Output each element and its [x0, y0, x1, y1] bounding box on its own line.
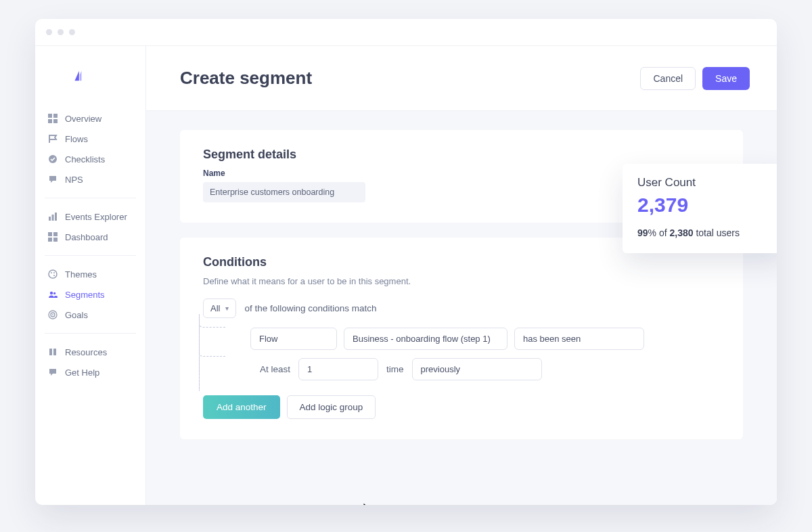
- sidebar-item-events-explorer[interactable]: Events Explorer: [35, 206, 145, 227]
- sidebar-item-label: NPS: [65, 175, 83, 185]
- sidebar-item-label: Checklists: [65, 154, 105, 164]
- main: Create segment Cancel Save Segment detai…: [146, 46, 777, 505]
- segment-name-input[interactable]: [203, 182, 365, 202]
- user-count-value: 2,379: [637, 194, 771, 217]
- window-dot[interactable]: [58, 29, 64, 35]
- page-title: Create segment: [180, 68, 312, 89]
- svg-rect-9: [53, 232, 58, 236]
- sidebar-item-themes[interactable]: Themes: [35, 264, 145, 284]
- svg-rect-8: [48, 232, 52, 236]
- svg-rect-10: [48, 238, 52, 242]
- header-actions: Cancel Save: [640, 67, 750, 90]
- card-subtitle: Define what it means for a user to be in…: [203, 276, 720, 286]
- book-icon: [47, 347, 58, 357]
- sidebar-divider: [45, 333, 136, 334]
- conditions-card: Conditions Define what it means for a us…: [180, 238, 743, 439]
- sidebar-item-resources[interactable]: Resources: [35, 342, 145, 362]
- branch-line: [199, 314, 226, 357]
- svg-rect-7: [55, 213, 57, 221]
- sidebar-item-goals[interactable]: Goals: [35, 305, 145, 325]
- user-count-total: 2,380: [669, 227, 693, 238]
- sidebar-item-label: Resources: [65, 347, 107, 357]
- svg-rect-1: [53, 114, 58, 118]
- chat-icon: [47, 367, 58, 378]
- window-titlebar: [35, 19, 777, 46]
- sidebar-divider: [45, 198, 136, 198]
- match-mode-suffix: of the following conditions match: [244, 303, 376, 313]
- sidebar-item-checklists[interactable]: Checklists: [35, 149, 145, 169]
- chart-bar-icon: [47, 211, 58, 222]
- sidebar-item-segments[interactable]: Segments: [35, 284, 145, 305]
- flag-icon: [47, 133, 58, 144]
- svg-point-16: [50, 292, 53, 294]
- match-mode-row: All ▾ of the following conditions match: [203, 298, 720, 318]
- card-title: Conditions: [203, 255, 720, 269]
- condition-type-select[interactable]: Flow: [250, 328, 337, 350]
- check-circle-icon: [47, 154, 58, 164]
- app-window: Overview Flows Checklists: [35, 19, 777, 505]
- svg-rect-11: [53, 238, 58, 242]
- user-count-percent: 99: [637, 227, 648, 238]
- text: total users: [694, 227, 740, 238]
- grid-icon: [47, 113, 58, 124]
- svg-point-17: [53, 292, 55, 294]
- window-dot[interactable]: [46, 29, 52, 35]
- target-icon: [47, 309, 58, 320]
- svg-point-12: [49, 270, 57, 278]
- condition-predicate-select[interactable]: has been seen: [514, 328, 644, 350]
- sidebar-item-dashboard[interactable]: Dashboard: [35, 227, 145, 247]
- sidebar-item-label: Goals: [65, 310, 88, 320]
- at-least-label: At least: [260, 364, 290, 374]
- page-header: Create segment Cancel Save: [146, 46, 777, 111]
- sidebar-item-label: Overview: [65, 114, 102, 124]
- user-count-title: User Count: [637, 176, 771, 190]
- time-label: time: [386, 364, 404, 374]
- window-dot[interactable]: [69, 29, 75, 35]
- users-icon: [47, 289, 58, 300]
- card-title: Segment details: [203, 148, 720, 162]
- svg-rect-3: [53, 119, 58, 123]
- palette-icon: [47, 269, 58, 280]
- logo-area: [35, 46, 145, 106]
- grid-icon: [47, 231, 58, 242]
- svg-point-14: [53, 272, 55, 273]
- add-another-button[interactable]: Add another: [203, 395, 280, 419]
- svg-rect-6: [52, 215, 54, 221]
- when-select[interactable]: previously: [412, 358, 542, 380]
- window-controls: [46, 29, 75, 35]
- sidebar-item-label: Flows: [65, 134, 88, 144]
- condition-row-2: At least time previously: [250, 358, 720, 380]
- select-value: All: [210, 303, 220, 313]
- svg-point-20: [52, 314, 53, 315]
- at-least-count-input[interactable]: [298, 358, 378, 380]
- chat-icon: [47, 174, 58, 185]
- user-count-card: User Count 2,379 99% of 2,380 total user…: [623, 164, 777, 253]
- branch-line: [199, 314, 200, 391]
- sidebar-item-label: Themes: [65, 269, 97, 280]
- save-button[interactable]: Save: [702, 67, 750, 90]
- sidebar-item-flows[interactable]: Flows: [35, 129, 145, 149]
- svg-point-15: [53, 275, 55, 276]
- chevron-down-icon: ▾: [225, 305, 229, 312]
- condition-flow-select[interactable]: Business - onboarding flow (step 1): [344, 328, 508, 350]
- sidebar-item-label: Events Explorer: [65, 212, 127, 222]
- svg-rect-0: [48, 114, 52, 118]
- sidebar: Overview Flows Checklists: [35, 46, 146, 505]
- cancel-button[interactable]: Cancel: [640, 67, 696, 90]
- svg-rect-2: [48, 119, 52, 123]
- sidebar-item-nps[interactable]: NPS: [35, 169, 145, 190]
- cursor-icon: [363, 502, 374, 505]
- sidebar-divider: [45, 255, 136, 256]
- sidebar-item-overview[interactable]: Overview: [35, 108, 145, 129]
- sidebar-item-get-help[interactable]: Get Help: [35, 362, 145, 382]
- sidebar-item-label: Segments: [65, 290, 105, 300]
- sidebar-item-label: Dashboard: [65, 232, 108, 242]
- add-logic-group-button[interactable]: Add logic group: [287, 395, 376, 419]
- text: % of: [648, 227, 670, 238]
- app-logo-icon: [70, 68, 85, 84]
- user-count-subtext: 99% of 2,380 total users: [637, 227, 771, 238]
- sidebar-item-label: Get Help: [65, 368, 99, 378]
- svg-rect-5: [49, 217, 51, 221]
- condition-buttons: Add another Add logic group: [203, 395, 720, 419]
- svg-point-13: [51, 272, 52, 273]
